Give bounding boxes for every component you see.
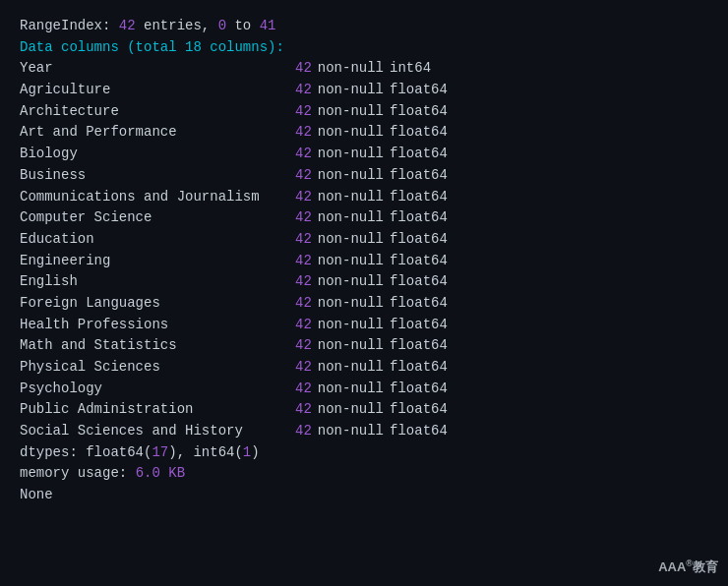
- column-count: 42: [295, 58, 312, 80]
- range-index-entries: entries,: [136, 16, 218, 37]
- table-row: Foreign Languages42non-nullfloat64: [20, 293, 708, 315]
- range-index-zero: 0: [218, 16, 226, 37]
- dtypes-end: ): [251, 442, 259, 464]
- none-line: None: [20, 485, 708, 506]
- column-count: 42: [295, 207, 312, 229]
- table-row: Engineering42non-nullfloat64: [20, 251, 708, 272]
- table-row: Agriculture42non-nullfloat64: [20, 80, 708, 101]
- dtypes-middle: ), int64(: [168, 442, 243, 464]
- column-null: non-null: [318, 421, 384, 442]
- column-null: non-null: [318, 165, 384, 187]
- memory-line: memory usage: 6.0 KB: [20, 463, 708, 485]
- table-row: Physical Sciences42non-nullfloat64: [20, 357, 708, 379]
- column-name: Math and Statistics: [20, 335, 295, 357]
- column-count: 42: [295, 144, 312, 165]
- none-text: None: [20, 485, 53, 506]
- range-index-label: RangeIndex:: [20, 16, 119, 37]
- column-type: float64: [390, 421, 448, 442]
- table-row: Year42non-nullint64: [20, 58, 708, 80]
- column-count: 42: [295, 421, 312, 442]
- column-name: Art and Performance: [20, 122, 295, 144]
- column-type: float64: [390, 101, 448, 123]
- column-count: 42: [295, 293, 312, 315]
- watermark-registered: ®: [686, 558, 693, 568]
- column-null: non-null: [318, 293, 384, 315]
- table-row: Computer Science42non-nullfloat64: [20, 207, 708, 229]
- column-count: 42: [295, 122, 312, 144]
- table-row: Art and Performance42non-nullfloat64: [20, 122, 708, 144]
- column-type: float64: [390, 271, 448, 293]
- table-row: English42non-nullfloat64: [20, 271, 708, 293]
- column-null: non-null: [318, 58, 384, 80]
- column-null: non-null: [318, 187, 384, 208]
- column-name: Social Sciences and History: [20, 421, 295, 442]
- column-name: Communications and Journalism: [20, 187, 295, 208]
- column-type: float64: [390, 80, 448, 101]
- column-type: int64: [390, 58, 431, 80]
- column-type: float64: [390, 122, 448, 144]
- column-null: non-null: [318, 229, 384, 251]
- column-count: 42: [295, 101, 312, 123]
- column-type: float64: [390, 229, 448, 251]
- column-null: non-null: [318, 122, 384, 144]
- column-name: Education: [20, 229, 295, 251]
- column-name: Business: [20, 165, 295, 187]
- table-row: Psychology42non-nullfloat64: [20, 379, 708, 400]
- column-type: float64: [390, 251, 448, 272]
- data-columns-line: Data columns (total 18 columns):: [20, 37, 708, 59]
- column-type: float64: [390, 293, 448, 315]
- table-row: Public Administration42non-nullfloat64: [20, 399, 708, 421]
- column-name: Biology: [20, 144, 295, 165]
- column-null: non-null: [318, 399, 384, 421]
- column-name: Foreign Languages: [20, 293, 295, 315]
- column-null: non-null: [318, 357, 384, 379]
- column-null: non-null: [318, 251, 384, 272]
- column-type: float64: [390, 379, 448, 400]
- column-name: Physical Sciences: [20, 357, 295, 379]
- column-type: float64: [390, 315, 448, 336]
- watermark-text: AAA®教育: [658, 559, 718, 574]
- column-count: 42: [295, 335, 312, 357]
- watermark: AAA®教育: [658, 558, 718, 576]
- column-null: non-null: [318, 379, 384, 400]
- column-type: float64: [390, 165, 448, 187]
- column-type: float64: [390, 335, 448, 357]
- dtypes-prefix: dtypes: float64(: [20, 442, 152, 464]
- column-name: Psychology: [20, 379, 295, 400]
- table-row: Business42non-nullfloat64: [20, 165, 708, 187]
- column-null: non-null: [318, 271, 384, 293]
- memory-prefix: memory usage:: [20, 463, 136, 485]
- column-type: float64: [390, 187, 448, 208]
- table-row: Education42non-nullfloat64: [20, 229, 708, 251]
- column-type: float64: [390, 357, 448, 379]
- column-null: non-null: [318, 101, 384, 123]
- data-columns-label: Data columns (total 18 columns):: [20, 37, 284, 59]
- range-index-end: 41: [260, 16, 276, 37]
- column-count: 42: [295, 315, 312, 336]
- dtypes-line: dtypes: float64(17), int64(1): [20, 442, 708, 464]
- column-type: float64: [390, 399, 448, 421]
- column-name: Computer Science: [20, 207, 295, 229]
- table-row: Health Professions42non-nullfloat64: [20, 315, 708, 336]
- column-name: English: [20, 271, 295, 293]
- column-name: Year: [20, 58, 295, 80]
- column-count: 42: [295, 165, 312, 187]
- column-name: Agriculture: [20, 80, 295, 101]
- range-index-count: 42: [119, 16, 136, 37]
- memory-value: 6.0 KB: [136, 463, 185, 485]
- column-count: 42: [295, 271, 312, 293]
- column-count: 42: [295, 357, 312, 379]
- column-name: Public Administration: [20, 399, 295, 421]
- column-type: float64: [390, 207, 448, 229]
- table-row: Biology42non-nullfloat64: [20, 144, 708, 165]
- column-null: non-null: [318, 335, 384, 357]
- dtypes-int-count: 1: [243, 442, 251, 464]
- range-index-line: RangeIndex: 42 entries, 0 to 41: [20, 16, 708, 37]
- column-count: 42: [295, 187, 312, 208]
- column-count: 42: [295, 379, 312, 400]
- column-count: 42: [295, 251, 312, 272]
- column-null: non-null: [318, 315, 384, 336]
- dtypes-float-count: 17: [152, 442, 168, 464]
- columns-list: Year42non-nullint64Agriculture42non-null…: [20, 58, 708, 441]
- column-null: non-null: [318, 80, 384, 101]
